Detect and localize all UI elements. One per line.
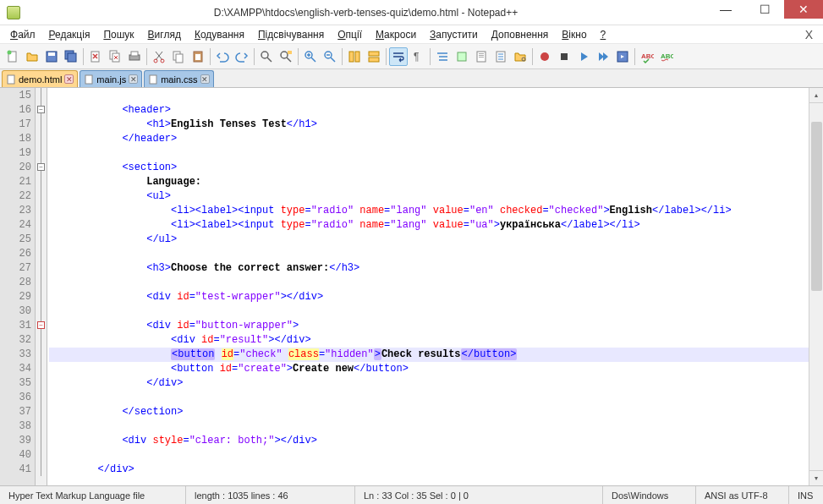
menu-item-6[interactable]: Опції — [331, 27, 369, 42]
tab-main-js[interactable]: main.js✕ — [80, 70, 142, 87]
menu-item-2[interactable]: Пошук — [96, 27, 140, 42]
play-macro-button[interactable] — [574, 47, 593, 66]
fold-toggle[interactable]: − — [37, 106, 45, 113]
code-line[interactable]: <div id="result"></div> — [49, 333, 809, 348]
code-line[interactable]: </div> — [49, 376, 809, 391]
fold-gutter[interactable]: −−− — [36, 88, 47, 485]
menubar-close-icon[interactable]: X — [798, 28, 820, 41]
open-file-button[interactable] — [23, 47, 41, 66]
code-line[interactable] — [49, 448, 809, 463]
code-line[interactable]: <button id="create">Create new</button> — [49, 362, 809, 376]
save-all-button[interactable] — [62, 47, 80, 66]
close-button[interactable]: ✕ — [784, 0, 823, 19]
line-number-gutter: 1516171819202122232425262728293031323334… — [0, 88, 36, 485]
show-all-chars-button[interactable]: ¶ — [409, 47, 427, 66]
menu-item-3[interactable]: Вигляд — [141, 27, 188, 42]
redo-button[interactable] — [233, 47, 251, 66]
menu-item-0[interactable]: Файл — [3, 27, 42, 42]
status-encoding[interactable]: ANSI as UTF-8 — [696, 486, 789, 504]
tab-main-css[interactable]: main.css✕ — [144, 70, 213, 87]
code-line[interactable]: <section> — [49, 161, 809, 175]
code-line[interactable]: Language: — [49, 175, 809, 189]
stop-macro-button[interactable] — [555, 47, 573, 66]
vertical-scrollbar[interactable] — [809, 88, 823, 485]
copy-button[interactable] — [169, 47, 188, 66]
line-number: 39 — [0, 434, 31, 448]
tab-demo-html[interactable]: demo.html✕ — [2, 70, 78, 87]
fold-toggle[interactable]: − — [37, 321, 45, 329]
code-line[interactable] — [49, 247, 809, 261]
code-line[interactable]: <ul> — [49, 189, 809, 204]
code-line[interactable] — [49, 419, 809, 434]
menu-item-5[interactable]: Підсвічування — [251, 27, 331, 42]
save-button[interactable] — [42, 47, 61, 66]
code-line[interactable]: </header> — [49, 132, 809, 146]
save-macro-button[interactable] — [613, 47, 632, 66]
code-line[interactable]: </div> — [49, 463, 809, 477]
wordwrap-button[interactable] — [389, 47, 408, 66]
menu-item-7[interactable]: Макроси — [369, 27, 423, 42]
code-line[interactable]: <li><label><input type="radio" name="lan… — [49, 204, 809, 218]
code-line[interactable]: </section> — [49, 405, 809, 419]
status-mode[interactable]: INS — [789, 486, 823, 504]
code-line[interactable] — [49, 89, 809, 103]
code-line[interactable]: <div style="clear: both;"></div> — [49, 434, 809, 448]
editor[interactable]: 1516171819202122232425262728293031323334… — [0, 88, 823, 485]
code-line[interactable]: <h1>English Tenses Test</h1> — [49, 118, 809, 132]
undo-button[interactable] — [213, 47, 232, 66]
doc-map-button[interactable] — [472, 47, 491, 66]
menu-item-8[interactable]: Запустити — [423, 27, 485, 42]
svg-rect-3 — [48, 52, 55, 56]
spellcheck-button[interactable]: ABC — [638, 47, 656, 66]
close-all-button[interactable] — [106, 47, 124, 66]
code-line[interactable] — [49, 304, 809, 319]
indent-guide-button[interactable] — [433, 47, 452, 66]
sync-v-button[interactable] — [345, 47, 364, 66]
scrollbar-thumb[interactable] — [811, 122, 822, 291]
code-line[interactable]: </ul> — [49, 233, 809, 247]
fold-toggle[interactable]: − — [37, 163, 45, 171]
folder-view-button[interactable] — [511, 47, 529, 66]
menu-item-9[interactable]: Доповнення — [485, 27, 556, 42]
line-number: 32 — [0, 333, 31, 348]
line-number: 37 — [0, 405, 31, 419]
print-button[interactable] — [125, 47, 144, 66]
status-position: Ln : 33 Col : 35 Sel : 0 | 0 — [355, 486, 603, 504]
func-list-button[interactable] — [491, 47, 510, 66]
udl-button[interactable] — [453, 47, 471, 66]
maximize-button[interactable]: ☐ — [745, 0, 784, 19]
spellcheck-toggle-button[interactable]: ABC — [657, 47, 676, 66]
code-area[interactable]: <header> <h1>English Tenses Test</h1> </… — [47, 88, 809, 485]
paste-button[interactable] — [189, 47, 207, 66]
tab-close-icon[interactable]: ✕ — [129, 74, 138, 84]
menu-item-4[interactable]: Кодування — [188, 27, 251, 42]
tab-close-icon[interactable]: ✕ — [64, 74, 74, 84]
code-line[interactable]: <header> — [49, 103, 809, 118]
play-multi-button[interactable] — [594, 47, 612, 66]
code-line[interactable]: <li><label><input type="radio" name="lan… — [49, 218, 809, 233]
code-line[interactable] — [49, 146, 809, 161]
close-file-button[interactable] — [86, 47, 105, 66]
zoom-in-button[interactable] — [301, 47, 320, 66]
code-line[interactable]: <div id="test-wrapper"></div> — [49, 290, 809, 304]
code-line[interactable] — [49, 391, 809, 405]
code-line[interactable] — [49, 276, 809, 290]
code-line[interactable]: <button id="check" class="hidden">Check … — [49, 348, 809, 362]
line-number: 26 — [0, 247, 31, 261]
status-eol[interactable]: Dos\Windows — [603, 486, 696, 504]
find-button[interactable] — [257, 47, 276, 66]
cut-button[interactable] — [150, 47, 168, 66]
tab-close-icon[interactable]: ✕ — [200, 74, 210, 84]
code-line[interactable]: <h3>Choose the correct answer:</h3> — [49, 261, 809, 276]
menu-item-10[interactable]: Вікно — [555, 27, 593, 42]
new-file-button[interactable] — [3, 47, 22, 66]
sync-h-button[interactable] — [365, 47, 383, 66]
line-number: 21 — [0, 175, 31, 189]
replace-button[interactable] — [277, 47, 295, 66]
record-macro-button[interactable] — [535, 47, 554, 66]
minimize-button[interactable]: — — [706, 0, 745, 19]
zoom-out-button[interactable] — [321, 47, 339, 66]
menu-item-11[interactable]: ? — [594, 27, 613, 42]
code-line[interactable]: <div id="button-wrapper"> — [49, 319, 809, 333]
menu-item-1[interactable]: Редакція — [42, 27, 97, 42]
